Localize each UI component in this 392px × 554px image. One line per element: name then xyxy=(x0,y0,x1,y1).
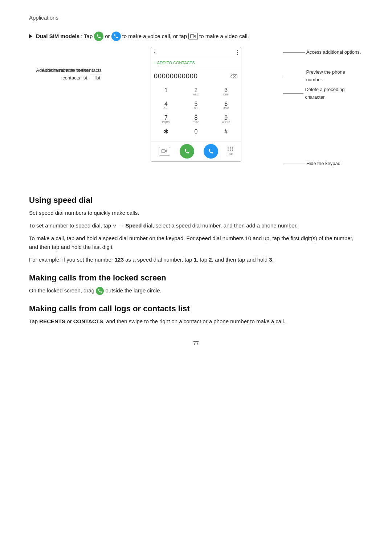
svg-marker-3 xyxy=(165,150,167,153)
phone-number-display: 00000000000 ⌫ xyxy=(151,68,241,83)
phone-screen: ‹ + ADD TO CONTACTS 00000000000 xyxy=(151,47,241,162)
dual-sim-text-middle1: or xyxy=(105,32,110,41)
bullet-icon xyxy=(29,34,32,38)
add-to-contacts-row[interactable]: + ADD TO CONTACTS xyxy=(151,58,241,69)
phone-svg-blue xyxy=(114,34,119,39)
phone-top-bar: ‹ xyxy=(151,47,241,58)
locked-phone-svg xyxy=(98,288,102,293)
hide-label: Hide xyxy=(228,152,233,156)
breadcrumb: Applications xyxy=(29,15,363,21)
video-svg xyxy=(190,34,196,38)
keypad-key-3[interactable]: 3DEF xyxy=(215,85,237,98)
keypad-key-1[interactable]: 1 xyxy=(155,85,177,98)
para-speed-dial-4: For example, if you set the number 123 a… xyxy=(29,255,363,264)
keypad-key-7[interactable]: 7PQRS xyxy=(155,112,177,126)
svg-rect-0 xyxy=(191,34,194,38)
call-green-icon xyxy=(184,148,190,154)
para-speed-dial-1: Set speed dial numbers to quickly make c… xyxy=(29,209,363,218)
phone-number-text: 00000000000 xyxy=(154,71,198,82)
phone-menu-icon[interactable] xyxy=(237,50,238,55)
phone-svg-green xyxy=(96,34,101,39)
section-call-logs: Making calls from call logs or contacts … xyxy=(29,304,363,326)
para-locked-screen-1: On the locked screen, drag outside the l… xyxy=(29,286,363,295)
keypad-key-0[interactable]: 0+ xyxy=(185,126,207,139)
phone-bottom-row: Hide xyxy=(151,141,241,161)
video-btn-icon xyxy=(162,149,167,153)
keypad-row-4: ✱ 0+ # xyxy=(151,126,241,139)
dual-sim-text-middle2: to make a voice call, or tap xyxy=(122,32,187,41)
keypad-key-6[interactable]: 6MNO xyxy=(215,99,237,112)
keypad-key-star[interactable]: ✱ xyxy=(155,126,177,139)
hide-keypad-icon xyxy=(228,147,233,151)
svg-marker-1 xyxy=(194,35,196,38)
annotation-delete: Delete a preceding character. xyxy=(283,86,363,101)
section-speed-dial: Using speed dial Set speed dial numbers … xyxy=(29,196,363,264)
call-icon-blue xyxy=(111,32,121,41)
keypad-key-8[interactable]: 8TUV xyxy=(185,112,207,126)
para-speed-dial-3: To make a call, tap and hold a speed dia… xyxy=(29,234,363,252)
annotation-contacts-left: Add the number to the contacts list. xyxy=(29,67,102,82)
hide-keypad-button[interactable]: Hide xyxy=(228,147,233,156)
annotation-options: Access additional options. xyxy=(283,49,363,56)
phone-mockup-wrapper: Add the number to the contacts list. ‹ xyxy=(29,47,363,185)
keypad-key-2[interactable]: 2ABC xyxy=(185,85,207,98)
svg-rect-2 xyxy=(162,150,165,153)
video-call-icon xyxy=(188,33,198,40)
page-number: 77 xyxy=(29,340,363,346)
annotation-preview: Preview the phone number. xyxy=(283,69,363,84)
keypad-key-9[interactable]: 9WXYZ xyxy=(215,112,237,126)
section-locked-screen: Making calls from the locked screen On t… xyxy=(29,273,363,295)
keypad-row-1: 1 2ABC 3DEF xyxy=(151,85,241,98)
delete-icon[interactable]: ⌫ xyxy=(230,73,238,81)
phone-keypad: 1 2ABC 3DEF 4GHI 5JKL 6MNO 7PQRS 8TUV xyxy=(151,83,241,141)
annotation-hide: Hide the keypad. xyxy=(283,160,363,168)
dual-sim-block: Dual SIM models : Tap or to make a voice… xyxy=(29,32,363,185)
dual-sim-text: Dual SIM models : Tap or to make a voice… xyxy=(29,32,363,41)
dual-sim-label: Dual SIM models xyxy=(36,32,79,41)
video-call-button[interactable] xyxy=(159,147,170,156)
heading-call-logs: Making calls from call logs or contacts … xyxy=(29,304,363,313)
para-call-logs-1: Tap RECENTS or CONTACTS, and then swipe … xyxy=(29,317,363,326)
locked-screen-call-icon xyxy=(96,287,104,295)
keypad-key-4[interactable]: 4GHI xyxy=(155,99,177,112)
call-blue-button[interactable] xyxy=(204,144,218,159)
keypad-key-5[interactable]: 5JKL xyxy=(185,99,207,112)
heading-speed-dial: Using speed dial xyxy=(29,196,363,205)
para-speed-dial-2: To set a number to speed dial, tap → Spe… xyxy=(29,221,363,230)
call-blue-icon xyxy=(208,148,214,154)
keypad-row-2: 4GHI 5JKL 6MNO xyxy=(151,99,241,112)
heading-locked-screen: Making calls from the locked screen xyxy=(29,273,363,283)
dual-sim-text-end: to make a video call. xyxy=(199,32,249,41)
keypad-row-3: 7PQRS 8TUV 9WXYZ xyxy=(151,112,241,126)
phone-back-button[interactable]: ‹ xyxy=(154,49,155,56)
dual-sim-text-before: : Tap xyxy=(81,32,93,41)
keypad-key-hash[interactable]: # xyxy=(215,126,237,139)
add-contacts-label: + ADD TO CONTACTS xyxy=(154,60,195,66)
call-green-button[interactable] xyxy=(180,144,194,159)
call-icon-green xyxy=(94,32,103,41)
